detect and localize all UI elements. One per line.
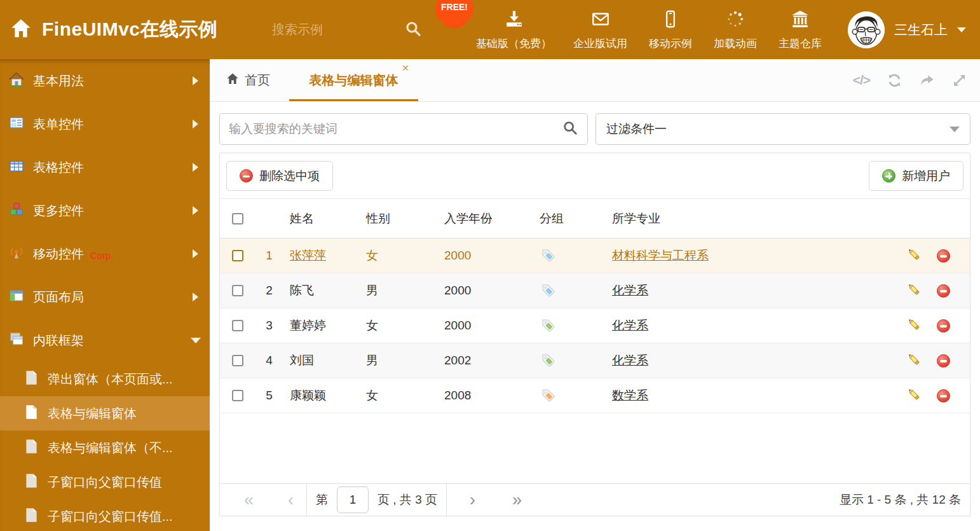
- cell-major: 化学系: [606, 317, 900, 334]
- cell-name[interactable]: 张萍萍: [283, 247, 360, 264]
- table-row[interactable]: 2 陈飞 男 2000 化学系: [220, 273, 970, 308]
- major-link[interactable]: 化学系: [612, 354, 648, 367]
- add-user-button[interactable]: 新增用户: [869, 161, 963, 191]
- search-icon[interactable]: [562, 120, 578, 139]
- cell-gender: 女: [360, 317, 438, 334]
- cell-gender: 男: [360, 282, 438, 299]
- edit-pencil-icon[interactable]: [906, 317, 922, 335]
- next-page-button[interactable]: ›: [466, 492, 479, 509]
- nav-item-enterprise-trial[interactable]: 企业版试用: [562, 0, 638, 59]
- select-all-checkbox[interactable]: [232, 213, 243, 224]
- cell-name[interactable]: 董婷婷: [283, 317, 360, 334]
- close-icon[interactable]: ✕: [402, 63, 409, 73]
- envelope-icon: [590, 9, 611, 32]
- table-row[interactable]: 5 康颖颖 女 2008 数学系: [220, 378, 970, 413]
- header-nav: 基础版（免费） 企业版试用 移动示例 加载动画: [465, 0, 833, 59]
- filter-dropdown[interactable]: 过滤条件一: [595, 113, 970, 145]
- row-checkbox[interactable]: [232, 390, 243, 401]
- row-checkbox[interactable]: [232, 355, 243, 366]
- cubes-icon: [9, 202, 24, 220]
- sidebar-subitem-popup-window[interactable]: 弹出窗体（本页面或...: [0, 362, 210, 396]
- nav-item-label: 主题仓库: [779, 36, 822, 51]
- sidebar-item-grid-controls[interactable]: 表格控件: [0, 146, 210, 189]
- sidebar-item-basic-usage[interactable]: 基本用法: [0, 59, 210, 102]
- expand-icon[interactable]: [951, 72, 967, 88]
- nav-item-theme-repository[interactable]: 主题仓库: [768, 0, 833, 59]
- delete-row-icon[interactable]: [937, 389, 950, 403]
- header-search-input[interactable]: [272, 22, 367, 37]
- delete-row-icon[interactable]: [937, 284, 950, 298]
- sidebar-subitem-grid-edit-window-2[interactable]: 表格与编辑窗体（不...: [0, 431, 210, 465]
- row-checkbox[interactable]: [232, 250, 243, 261]
- cell-name[interactable]: 康颖颖: [283, 387, 360, 404]
- sidebar-subitem-child-to-parent[interactable]: 子窗口向父窗口传值: [0, 465, 210, 499]
- sidebar-item-more-controls[interactable]: 更多控件: [0, 189, 210, 232]
- delete-row-icon[interactable]: [937, 319, 950, 333]
- table-row[interactable]: 3 董婷婷 女 2000 化学系: [220, 308, 970, 343]
- chevron-right-icon: [193, 163, 198, 172]
- cell-year: 2000: [438, 319, 533, 333]
- main-content: 首页 表格与编辑窗体 ✕ </>: [210, 59, 980, 531]
- edit-pencil-icon[interactable]: [906, 387, 922, 405]
- filter-dropdown-value: 过滤条件一: [606, 121, 667, 137]
- chevron-right-icon: [193, 206, 198, 215]
- delete-row-icon[interactable]: [937, 354, 950, 368]
- username: 三生石上: [894, 21, 948, 39]
- refresh-icon[interactable]: [887, 72, 902, 88]
- sidebar-subitem-label: 弹出窗体（本页面或...: [48, 371, 173, 388]
- sidebar-item-inline-frames[interactable]: 内联框架: [0, 319, 210, 362]
- header-search[interactable]: [272, 0, 422, 59]
- keyword-search-input[interactable]: [220, 122, 562, 136]
- share-arrow-icon[interactable]: [919, 72, 935, 88]
- sidebar-subitem-child-to-parent-2[interactable]: 子窗口向父窗口传值...: [0, 499, 210, 531]
- edit-pencil-icon[interactable]: [906, 282, 922, 300]
- tab-home[interactable]: 首页: [226, 59, 270, 101]
- edit-pencil-icon[interactable]: [906, 352, 922, 370]
- nav-item-loading-animations[interactable]: 加载动画: [703, 0, 768, 59]
- sidebar-item-mobile-controls[interactable]: 移动控件 Corp.: [0, 232, 210, 275]
- sidebar-item-label: 表格控件: [33, 159, 84, 176]
- divider: [306, 484, 307, 516]
- sidebar-item-page-layout[interactable]: 页面布局: [0, 275, 210, 319]
- sidebar-item-label: 更多控件: [33, 202, 84, 219]
- app-window: FineUIMvc在线示例 FREE! 基础版（免费） 企: [0, 0, 980, 531]
- home-icon: [226, 72, 239, 88]
- chevron-right-icon: [193, 249, 198, 258]
- sidebar-subitem-grid-edit-window[interactable]: 表格与编辑窗体: [0, 396, 210, 431]
- file-icon: [25, 371, 37, 388]
- prev-page-button[interactable]: ‹: [284, 492, 297, 509]
- cell-name[interactable]: 陈飞: [283, 282, 360, 299]
- user-menu[interactable]: 三生石上: [848, 0, 966, 59]
- major-link[interactable]: 材料科学与工程系: [612, 249, 709, 262]
- layout-icon: [9, 288, 24, 307]
- brand[interactable]: FineUIMvc在线示例: [10, 0, 218, 59]
- delete-row-icon[interactable]: [937, 249, 950, 263]
- file-icon: [25, 508, 37, 525]
- tab-grid-edit-window[interactable]: 表格与编辑窗体 ✕: [289, 59, 418, 101]
- row-checkbox[interactable]: [232, 285, 243, 296]
- nav-item-basic-edition[interactable]: 基础版（免费）: [465, 0, 562, 59]
- row-checkbox[interactable]: [232, 320, 243, 331]
- delete-selected-button[interactable]: 删除选中项: [226, 161, 333, 191]
- cell-name[interactable]: 刘国: [283, 352, 360, 369]
- first-page-button[interactable]: «: [240, 492, 257, 509]
- avatar[interactable]: [848, 11, 885, 48]
- major-link[interactable]: 化学系: [612, 284, 648, 297]
- last-page-button[interactable]: »: [508, 492, 526, 509]
- corp-badge: Corp.: [90, 250, 114, 261]
- edit-pencil-icon[interactable]: [906, 247, 922, 265]
- cell-major: 材料科学与工程系: [606, 247, 900, 264]
- table-row[interactable]: 4 刘国 男 2002 化学系: [220, 343, 970, 378]
- table-row[interactable]: 1 张萍萍 女 2000 材料科学与工程系: [220, 238, 970, 273]
- major-link[interactable]: 数学系: [612, 389, 648, 402]
- chevron-down-icon: [191, 338, 201, 343]
- tab-bar: 首页 表格与编辑窗体 ✕ </>: [210, 59, 980, 102]
- source-code-icon[interactable]: </>: [853, 72, 870, 88]
- page-number-input[interactable]: [337, 486, 369, 513]
- sidebar-item-form-controls[interactable]: 表单控件: [0, 102, 210, 146]
- keyword-search-box[interactable]: [219, 113, 588, 145]
- search-icon[interactable]: [404, 20, 422, 40]
- nav-item-mobile-examples[interactable]: 移动示例: [638, 0, 703, 59]
- column-header-year: 入学年份: [438, 210, 533, 227]
- major-link[interactable]: 化学系: [612, 319, 648, 332]
